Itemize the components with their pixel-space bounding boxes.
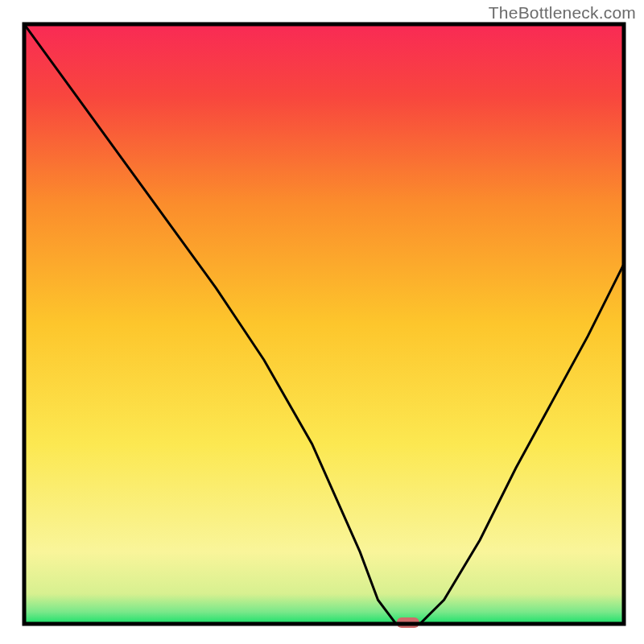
bottleneck-chart [0, 0, 644, 644]
watermark-text: TheBottleneck.com [489, 3, 636, 23]
gradient-background [24, 24, 624, 624]
